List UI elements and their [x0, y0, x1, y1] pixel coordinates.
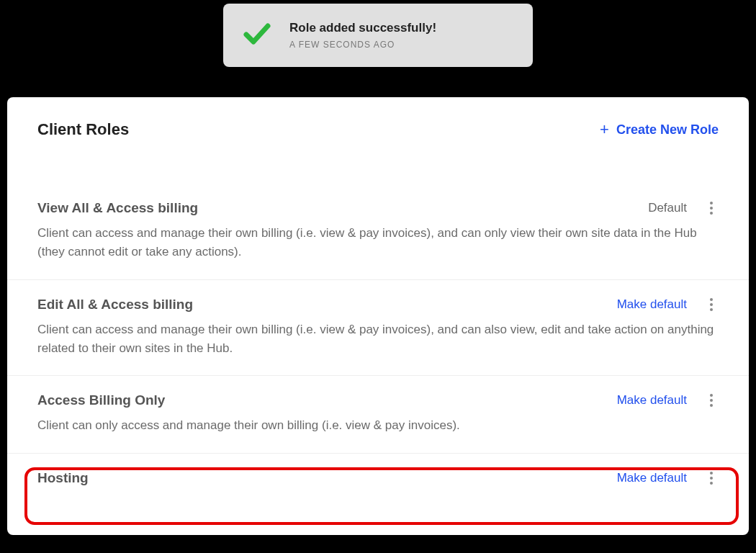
more-options-icon[interactable]	[704, 199, 719, 217]
role-row: Edit All & Access billingMake defaultCli…	[7, 280, 749, 377]
default-badge: Default	[648, 201, 687, 215]
role-row: View All & Access billingDefaultClient c…	[7, 184, 749, 280]
make-default-link[interactable]: Make default	[617, 471, 687, 485]
role-name: Access Billing Only	[37, 392, 165, 408]
make-default-link[interactable]: Make default	[617, 393, 687, 408]
more-options-icon[interactable]	[704, 469, 719, 487]
role-description: Client can only access and manage their …	[37, 416, 714, 435]
role-row: HostingMake default	[7, 454, 749, 511]
role-description: Client can access and manage their own b…	[37, 320, 714, 359]
create-new-role-button[interactable]: + Create New Role	[600, 122, 719, 138]
plus-icon: +	[600, 122, 609, 138]
toast-title: Role added successfully!	[289, 21, 436, 35]
make-default-link[interactable]: Make default	[617, 297, 687, 312]
role-name: Edit All & Access billing	[37, 297, 193, 313]
roles-list: View All & Access billingDefaultClient c…	[7, 148, 749, 511]
role-name: View All & Access billing	[37, 200, 198, 216]
role-description: Client can access and manage their own b…	[37, 224, 714, 262]
create-new-role-label: Create New Role	[616, 122, 719, 138]
toast-timestamp: A FEW SECONDS AGO	[289, 40, 436, 50]
more-options-icon[interactable]	[704, 392, 719, 409]
checkmark-icon	[240, 18, 272, 53]
client-roles-panel: Client Roles + Create New Role View All …	[7, 97, 749, 535]
panel-title: Client Roles	[37, 120, 129, 139]
toast-notification: Role added successfully! A FEW SECONDS A…	[223, 4, 533, 67]
role-row: Access Billing OnlyMake defaultClient ca…	[7, 376, 749, 453]
role-name: Hosting	[37, 470, 89, 486]
more-options-icon[interactable]	[704, 296, 719, 313]
